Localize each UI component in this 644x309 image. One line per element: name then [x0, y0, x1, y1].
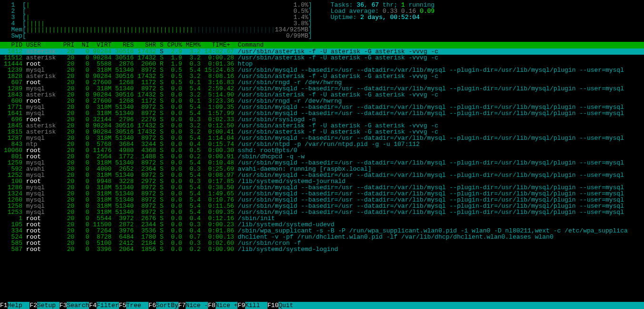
fkey-label[interactable]: Nice -: [186, 302, 208, 309]
fkey-label[interactable]: Filter: [97, 302, 119, 309]
fkey-F4[interactable]: F4: [89, 302, 97, 309]
header-meters: 1 [| 1.0%] Tasks: 36, 67 thr; 1 running …: [0, 0, 644, 42]
process-list[interactable]: 1812 asterisk 20 0 90284 30516 17432 S 2…: [0, 48, 644, 252]
fkey-F7[interactable]: F7: [178, 302, 186, 309]
fkey-F9[interactable]: F9: [238, 302, 245, 309]
column-header[interactable]: PID USER PRI NI VIRT RES SHR S CPU% MEM%…: [0, 42, 644, 48]
fkey-F6[interactable]: F6: [149, 302, 156, 309]
fkey-F5[interactable]: F5: [119, 302, 127, 309]
fkey-label[interactable]: Search: [67, 302, 89, 309]
fkey-F2[interactable]: F2: [30, 302, 37, 309]
fkey-F10[interactable]: F10: [268, 302, 278, 309]
fkey-label[interactable]: SortBy: [156, 302, 178, 309]
fkey-label[interactable]: Kill: [245, 302, 268, 309]
process-row[interactable]: 587 root 20 0 3396 2064 1856 S 0.0 0.2 0…: [0, 246, 644, 252]
fkey-F8[interactable]: F8: [208, 302, 216, 309]
fkey-F3[interactable]: F3: [59, 302, 67, 309]
fkey-label[interactable]: Nice +: [216, 302, 238, 309]
fkey-label[interactable]: Help: [8, 302, 30, 309]
fkey-F1[interactable]: F1: [0, 302, 8, 309]
fkey-label[interactable]: Quit: [278, 302, 301, 309]
fkey-label[interactable]: Setup: [37, 302, 59, 309]
fkey-label[interactable]: Tree: [126, 302, 149, 309]
function-key-bar[interactable]: F1Help F2Setup F3SearchF4FilterF5Tree F6…: [0, 302, 644, 309]
